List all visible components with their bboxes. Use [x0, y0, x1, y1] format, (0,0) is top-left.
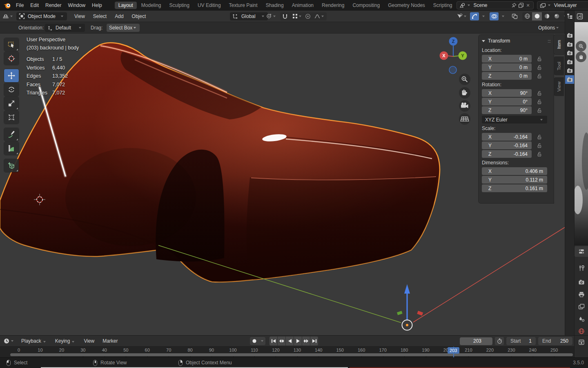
annotate-tool-button[interactable] — [4, 128, 19, 141]
move-gizmo[interactable] — [397, 284, 423, 330]
image-zoom-button[interactable] — [576, 41, 586, 52]
frame-end-field[interactable]: End 250 — [538, 337, 572, 345]
auto-keying-toggle[interactable] — [250, 337, 259, 345]
blender-logo-icon[interactable] — [0, 2, 13, 9]
play-reverse-button[interactable] — [286, 337, 294, 346]
previous-keyframe-button[interactable] — [278, 337, 285, 346]
rotate-tool-button[interactable] — [4, 83, 19, 96]
pan-button[interactable] — [459, 87, 470, 99]
select-box-tool-button[interactable] — [4, 38, 19, 51]
topbar-menu-file[interactable]: File — [13, 0, 27, 11]
lock-open-icon[interactable] — [537, 56, 542, 61]
workspace-tab-layout[interactable]: Layout — [115, 2, 137, 9]
sidebar-tab-tool[interactable]: Tool — [554, 56, 564, 75]
workspace-tab-shading[interactable]: Shading — [262, 2, 287, 9]
shading-wireframe-button[interactable] — [522, 12, 532, 20]
view-layer-name[interactable]: ViewLayer — [552, 2, 588, 8]
viewport-menu-object[interactable]: Object — [128, 11, 150, 22]
measure-tool-button[interactable] — [4, 142, 19, 155]
workspace-tab-compositing[interactable]: Compositing — [349, 2, 383, 9]
frame-start-field[interactable]: Start 1 — [506, 337, 536, 345]
transform-panel-header[interactable]: Transform :::: — [482, 36, 550, 45]
chevron-down-icon[interactable] — [468, 4, 470, 6]
lock-open-icon[interactable] — [537, 143, 542, 148]
auto-keying-dropdown[interactable] — [259, 337, 265, 345]
viewport-menu-view[interactable]: View — [70, 11, 89, 22]
dimensions-y-field[interactable]: Y0.112 m — [482, 176, 547, 184]
jump-to-start-button[interactable] — [270, 337, 277, 346]
gizmos-dropdown[interactable] — [479, 12, 488, 20]
workspace-tab-uv-editing[interactable]: UV Editing — [194, 2, 225, 9]
dimensions-z-field[interactable]: Z0.161 m — [482, 184, 547, 192]
snap-magnet-toggle[interactable] — [280, 12, 290, 20]
current-frame-field[interactable]: 203 — [460, 337, 492, 345]
scale-z-field[interactable]: Z-0.164 — [482, 150, 532, 158]
scene-selector[interactable]: Scene ✕ — [457, 1, 534, 9]
sidebar-tab-item[interactable]: Item — [554, 35, 564, 54]
options-dropdown[interactable]: Options — [538, 25, 560, 31]
collapse-chevron-icon[interactable] — [482, 40, 485, 42]
workspace-tab-texture-paint[interactable]: Texture Paint — [225, 2, 261, 9]
rotation-y-field[interactable]: Y0° — [482, 98, 532, 105]
camera-slot-2[interactable] — [565, 40, 575, 49]
drag-mode-dropdown[interactable]: Select Box — [107, 24, 140, 32]
location-x-field[interactable]: X0 m — [482, 55, 532, 63]
topbar-menu-render[interactable]: Render — [42, 0, 65, 11]
camera-slot-6[interactable] — [565, 75, 575, 84]
timeline-scrollbar[interactable] — [10, 353, 573, 356]
viewport-menu-add[interactable]: Add — [111, 11, 127, 22]
dimensions-x-field[interactable]: X0.406 m — [482, 167, 547, 175]
add-cube-tool-button[interactable] — [4, 159, 19, 172]
camera-slot-5[interactable] — [565, 66, 575, 75]
axis-navigation-gizmo[interactable]: Z X Y — [440, 37, 467, 74]
shading-rendered-button[interactable] — [552, 12, 561, 20]
render-properties-tab[interactable] — [575, 277, 588, 287]
default-orientation-dropdown[interactable]: Default — [45, 24, 85, 32]
panel-drag-handle[interactable]: :::: — [548, 39, 550, 43]
mode-dropdown[interactable]: Object Mode — [16, 12, 67, 20]
tool-properties-tab[interactable] — [575, 263, 588, 274]
orthographic-toggle-button[interactable] — [459, 113, 470, 125]
scene-properties-tab[interactable] — [575, 314, 588, 324]
scale-tool-button[interactable] — [4, 97, 19, 110]
new-copy-icon[interactable] — [517, 2, 525, 8]
timeline-ruler[interactable]: 0102030405060708090100110120130140150160… — [0, 346, 574, 358]
cursor-tool-button[interactable] — [4, 52, 19, 65]
gizmo-z-arrow[interactable] — [404, 284, 410, 294]
shading-solid-button[interactable] — [532, 12, 542, 20]
playhead-frame-badge[interactable]: 203 — [448, 347, 459, 354]
timeline-menu-view[interactable]: View — [80, 336, 98, 346]
play-button[interactable] — [294, 337, 302, 346]
lock-open-icon[interactable] — [537, 135, 542, 139]
lock-open-icon[interactable] — [537, 65, 542, 70]
camera-slot-1[interactable] — [565, 31, 575, 40]
rotation-mode-dropdown[interactable]: XYZ Euler — [482, 116, 547, 123]
chevron-down-icon[interactable] — [548, 4, 550, 6]
image-pan-button[interactable] — [576, 52, 586, 62]
workspace-tab-sculpting[interactable]: Sculpting — [166, 2, 193, 9]
move-tool-button[interactable] — [4, 69, 19, 82]
workspace-tab-modeling[interactable]: Modeling — [138, 2, 165, 9]
workspace-tab-rendering[interactable]: Rendering — [318, 2, 348, 9]
sidebar-tab-view[interactable]: View — [554, 77, 564, 96]
workspace-tab-geometry-nodes[interactable]: Geometry Nodes — [384, 2, 429, 9]
topbar-menu-edit[interactable]: Edit — [27, 0, 42, 11]
scale-y-field[interactable]: Y-0.164 — [482, 141, 532, 149]
pivot-point-dropdown[interactable] — [266, 12, 277, 20]
proportional-falloff-dropdown[interactable] — [313, 12, 327, 20]
use-preview-range-toggle[interactable] — [495, 337, 504, 345]
timeline-menu-playback[interactable]: Playback — [17, 336, 51, 346]
show-hide-dropdown[interactable] — [457, 12, 468, 20]
lock-open-icon[interactable] — [537, 74, 542, 79]
lock-open-icon[interactable] — [537, 91, 542, 96]
camera-slot-3[interactable] — [565, 49, 575, 58]
gizmo-y-handle[interactable] — [397, 311, 403, 315]
editor-type-dropdown[interactable] — [2, 12, 14, 20]
lock-open-icon[interactable] — [537, 99, 542, 104]
axis-minus-ball[interactable] — [449, 66, 457, 74]
timeline-menu-marker[interactable]: Marker — [98, 336, 122, 346]
properties-properties-tab[interactable] — [575, 246, 588, 257]
xray-toggle[interactable] — [510, 12, 519, 20]
shading-material-button[interactable] — [542, 12, 552, 20]
jump-to-end-button[interactable] — [310, 337, 318, 346]
